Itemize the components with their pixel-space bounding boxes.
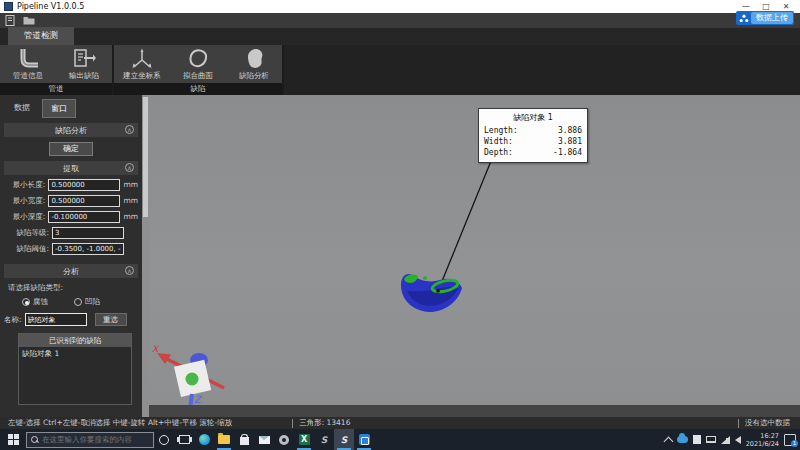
sidebar-scrollbar[interactable] (142, 95, 149, 417)
volume-icon[interactable] (735, 436, 741, 444)
pipe-elbow-icon (16, 48, 40, 70)
open-folder-icon[interactable] (23, 15, 35, 26)
pipeline-app-icon: S (341, 435, 347, 445)
scene-3d: X Z (149, 95, 800, 405)
sidebar-tab-window[interactable]: 窗口 (42, 99, 76, 118)
store-bag-icon (240, 437, 249, 445)
app-icon-blue-app[interactable] (354, 429, 374, 450)
field-min-length: 最小长度: mm (4, 178, 138, 191)
min-width-input[interactable] (48, 195, 120, 207)
collapse-chevron-icon[interactable]: ∧ (125, 163, 134, 172)
solidworks-icon: S (321, 435, 327, 445)
tooltip-depth-row: Depth: -1.864 (484, 147, 582, 158)
title-bar: Pipeline V1.0.0.5 — □ ✕ (0, 0, 800, 13)
upload-button-label: 数据上传 (751, 12, 793, 24)
app-icon-settings[interactable] (274, 429, 294, 450)
onedrive-cloud-icon[interactable] (677, 436, 688, 443)
upload-button[interactable]: 数据上传 (736, 11, 794, 25)
taskbar-search-box[interactable] (26, 432, 154, 448)
defect-level-input[interactable] (52, 227, 124, 239)
folder-icon (218, 435, 230, 444)
tray-clock[interactable]: 16:27 2021/6/24 (746, 432, 779, 448)
identified-defect-list: 已识别到的缺陷 缺陷对象 1 (18, 333, 132, 405)
ribbon-group-label-pipeline: 管道 (0, 83, 112, 95)
collapse-chevron-icon[interactable]: ∧ (125, 125, 134, 134)
search-input[interactable] (42, 435, 149, 444)
tray-chevron-up-icon[interactable] (663, 436, 673, 446)
tray-app-icon[interactable] (693, 435, 701, 444)
radio-unselected-icon (74, 298, 82, 306)
windows-logo-icon (8, 434, 19, 445)
build-coordinate-system-button[interactable]: 建立坐标系 (114, 45, 170, 83)
clock-time: 16:27 (746, 432, 779, 440)
blue-app-icon (359, 434, 370, 445)
collapse-chevron-icon[interactable]: ∧ (125, 266, 134, 275)
cortana-ring-icon (159, 435, 169, 445)
field-min-depth: 最小深度: mm (4, 210, 138, 223)
app-icon-excel[interactable]: X (294, 429, 314, 450)
app-icon-pipeline-active[interactable]: S (334, 429, 354, 450)
triangle-count-text: 三角形: 13416 (299, 418, 350, 428)
radio-dent[interactable]: 凹陷 (74, 297, 100, 307)
defect-name-input[interactable] (25, 313, 87, 326)
defect-blob-icon (242, 48, 266, 70)
defect-analysis-button[interactable]: 缺陷分析 (226, 45, 282, 83)
ribbon-group-label-defect: 缺陷 (114, 83, 282, 95)
surface-outline-icon (186, 48, 210, 70)
defect-mesh-object[interactable] (401, 274, 462, 312)
axes-icon (130, 48, 154, 70)
tooltip-length-row: Length: 3.886 (484, 125, 582, 136)
section-header-defect-analysis[interactable]: 缺陷分析 ∧ (4, 123, 138, 137)
radio-selected-icon (22, 298, 30, 306)
fit-surface-button[interactable]: 拟合曲面 (170, 45, 226, 83)
edge-browser-icon (199, 434, 210, 445)
radio-corrosion[interactable]: 腐蚀 (22, 297, 48, 307)
display-icon[interactable] (706, 436, 716, 443)
tooltip-leader-line (438, 161, 491, 291)
ribbon-tab-row: 管道检测 (0, 28, 800, 45)
axis-x-label: X (152, 344, 160, 354)
search-icon (31, 436, 39, 444)
new-file-icon[interactable] (5, 15, 17, 26)
scrollbar-thumb[interactable] (143, 97, 148, 217)
sidebar-tab-data[interactable]: 数据 (6, 99, 38, 118)
app-icon-file-explorer[interactable] (214, 429, 234, 450)
list-item-defect-1[interactable]: 缺陷对象 1 (19, 347, 131, 361)
defect-list-header: 已识别到的缺陷 (19, 334, 131, 347)
app-icon-store[interactable] (234, 429, 254, 450)
ribbon: 管道信息 输出缺陷 管道 (0, 45, 800, 95)
excel-icon: X (299, 434, 310, 445)
windows-taskbar: X S S 16:27 2021/6/24 1 (0, 429, 800, 450)
app-icon-task-view[interactable] (174, 429, 194, 450)
reselect-button[interactable]: 重选 (95, 313, 127, 326)
app-icon-solidworks[interactable]: S (314, 429, 334, 450)
app-icon-cortana[interactable] (154, 429, 174, 450)
status-bar: 左键-选择 Ctrl+左键-取消选择 中键-旋转 Alt+中键-平移 滚轮-缩放… (0, 417, 800, 429)
export-defects-button[interactable]: 输出缺陷 (56, 45, 112, 83)
tooltip-width-row: Width: 3.881 (484, 136, 582, 147)
defect-measurement-tooltip: 缺陷对象 1 Length: 3.886 Width: 3.881 Depth:… (478, 108, 588, 163)
pipeline-info-button[interactable]: 管道信息 (0, 45, 56, 83)
app-icon-edge[interactable] (194, 429, 214, 450)
system-tray: 16:27 2021/6/24 1 (665, 432, 800, 448)
mail-envelope-icon (259, 436, 270, 444)
start-button[interactable] (0, 429, 26, 450)
min-length-input[interactable] (48, 179, 120, 191)
export-document-icon (72, 48, 96, 70)
defect-name-row: 名称: 重选 (4, 313, 138, 326)
tab-pipeline-detection[interactable]: 管道检测 (8, 27, 74, 45)
defect-threshold-input[interactable] (52, 243, 124, 255)
window-title: Pipeline V1.0.0.5 (17, 0, 84, 13)
field-min-width: 最小宽度: mm (4, 194, 138, 207)
confirm-button[interactable]: 确定 (49, 142, 93, 156)
axis-z-label: Z (194, 394, 203, 405)
viewport-3d[interactable]: X Z 缺陷对象 1 Length: 3.886 (149, 95, 800, 405)
coordinate-frame-widget[interactable]: X Z (152, 344, 224, 405)
section-header-extract[interactable]: 提取 ∧ (4, 161, 138, 175)
section-header-analysis[interactable]: 分析 ∧ (4, 264, 138, 278)
notification-center-icon[interactable]: 1 (784, 434, 796, 446)
ribbon-group-defect: 建立坐标系 拟合曲面 缺陷分析 缺陷 (114, 45, 284, 95)
min-depth-input[interactable] (48, 211, 120, 223)
app-icon-mail[interactable] (254, 429, 274, 450)
gear-icon (279, 435, 289, 445)
